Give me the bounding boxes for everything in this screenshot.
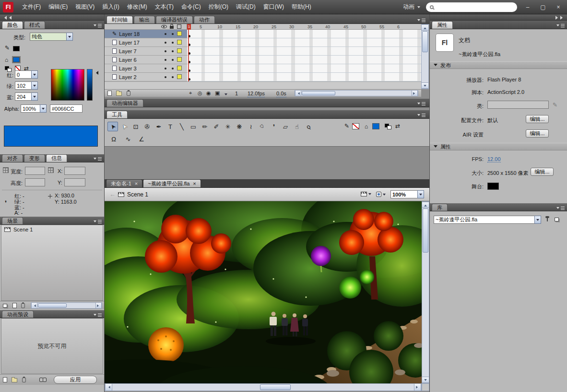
panel-menu-icon[interactable] — [94, 219, 102, 224]
playhead-marker[interactable]: 1 — [187, 24, 191, 30]
panel-menu-icon[interactable] — [94, 23, 102, 28]
collapse-panels-icon[interactable] — [555, 16, 565, 20]
edit-symbols-button[interactable] — [376, 192, 386, 197]
edit-profile-button[interactable]: 编辑... — [526, 115, 549, 123]
layer-lock-dot[interactable] — [172, 33, 174, 35]
hand-tool[interactable]: ☝ — [292, 122, 302, 131]
tab-info[interactable]: 信息 — [46, 154, 67, 162]
layer-outline-swatch[interactable] — [177, 40, 182, 45]
onion-skin-outlines-button[interactable]: ◉ — [206, 90, 211, 96]
layer-visibility-dot[interactable] — [165, 68, 166, 69]
paint-bucket-tool[interactable]: ⌂ — [257, 122, 268, 131]
binoculars-icon[interactable] — [39, 378, 47, 381]
hex-input[interactable]: #0066CC — [50, 104, 83, 113]
y-field[interactable] — [64, 178, 85, 186]
scrollbar-thumb[interactable] — [38, 303, 67, 308]
document-tab-active[interactable]: ~蕉岭逢甲公园.fla × — [143, 179, 201, 187]
edit-multiple-frames-button[interactable]: ▣ — [215, 90, 220, 96]
stroke-color-icon[interactable]: ✎ — [5, 45, 10, 51]
panel-menu-icon[interactable] — [94, 156, 102, 161]
apply-button[interactable]: 应用 — [54, 376, 97, 384]
stage-color-swatch[interactable] — [487, 183, 499, 190]
tab-tools[interactable]: 工具 — [106, 111, 128, 118]
zoom-tool[interactable]: ϙ — [303, 122, 314, 131]
timeline-horizontal-scrollbar[interactable] — [295, 90, 418, 96]
x-field[interactable] — [64, 167, 85, 175]
new-library-panel-icon[interactable] — [555, 218, 559, 221]
frame-rate-indicator[interactable]: 12.0fps — [248, 91, 265, 97]
scroll-right-icon[interactable] — [95, 303, 102, 308]
deco-tool[interactable]: ❋ — [234, 122, 245, 131]
panel-menu-icon[interactable] — [417, 18, 425, 23]
scroll-left-icon[interactable] — [31, 303, 37, 308]
edit-air-settings-button[interactable]: 编辑... — [526, 129, 549, 138]
line-tool[interactable]: ╲ — [177, 122, 187, 131]
save-preset-icon[interactable] — [3, 377, 7, 382]
layer-outline-swatch[interactable] — [177, 74, 182, 79]
tab-color[interactable]: 颜色 — [2, 21, 23, 29]
fill-color-icon[interactable]: ⌂ — [365, 123, 368, 130]
layer-lock-dot[interactable] — [172, 76, 174, 78]
green-input[interactable]: 102 — [15, 81, 38, 90]
stroke-color-swatch[interactable] — [13, 46, 20, 51]
height-field[interactable] — [25, 178, 45, 186]
scroll-down-icon[interactable] — [422, 377, 429, 383]
layer-row[interactable]: ✎ Layer 18 — [105, 30, 187, 38]
lasso-tool[interactable]: ✇ — [142, 122, 153, 131]
edit-scene-button[interactable] — [361, 192, 371, 196]
maximize-button[interactable]: ▢ — [538, 4, 548, 11]
new-folder-icon[interactable] — [12, 378, 17, 382]
bone-tool[interactable]: ≀ — [246, 122, 256, 131]
properties-section-header[interactable]: 属性 — [430, 143, 567, 150]
subselection-tool[interactable]: ➤ — [119, 122, 130, 131]
menu-modify[interactable]: 修改(M) — [123, 1, 151, 13]
fill-color-swatch[interactable] — [13, 57, 20, 62]
menu-text[interactable]: 文本(T) — [151, 1, 177, 13]
tab-compiler-errors[interactable]: 编译器错误 — [156, 16, 193, 23]
scroll-right-icon[interactable] — [414, 384, 421, 391]
layer-row[interactable]: Layer 17 — [105, 38, 187, 47]
toolbar-stroke-swatch[interactable] — [352, 123, 359, 129]
text-tool[interactable]: T — [165, 122, 176, 131]
fill-color-icon[interactable]: ⌂ — [5, 57, 8, 63]
close-icon[interactable]: × — [193, 181, 196, 186]
scene-list-item[interactable]: Scene 1 — [1, 225, 103, 233]
scene-scrollbar[interactable] — [31, 302, 102, 309]
layer-lock-dot[interactable] — [172, 42, 174, 44]
duplicate-scene-icon[interactable] — [3, 304, 7, 308]
color-spectrum[interactable] — [51, 69, 84, 101]
toolbar-fill-swatch[interactable] — [372, 123, 379, 129]
rectangle-tool[interactable]: ▭ — [188, 122, 199, 131]
spray-brush-tool[interactable]: ✳ — [223, 122, 233, 131]
close-icon[interactable]: × — [135, 181, 138, 186]
close-button[interactable]: × — [554, 4, 563, 11]
panel-menu-icon[interactable] — [417, 101, 425, 106]
scroll-down-icon[interactable] — [422, 82, 428, 89]
center-frame-button[interactable]: ⌖ — [189, 90, 192, 96]
stage-vertical-scrollbar[interactable] — [422, 201, 429, 383]
tab-output[interactable]: 输出 — [134, 16, 155, 23]
brightness-marker[interactable] — [94, 71, 98, 75]
layer-visibility-dot[interactable] — [165, 33, 166, 35]
current-color-swatch[interactable] — [4, 126, 98, 147]
modify-markers-button[interactable] — [224, 93, 227, 97]
pencil-tool[interactable]: ✏ — [200, 122, 210, 131]
registration-grid-icon[interactable] — [48, 167, 54, 173]
width-field[interactable] — [25, 167, 45, 175]
panel-menu-icon[interactable] — [556, 23, 565, 28]
panel-menu-icon[interactable] — [94, 312, 102, 317]
timeline-vertical-scrollbar[interactable] — [421, 24, 429, 89]
layer-visibility-dot[interactable] — [165, 42, 166, 44]
scrollbar-thumb[interactable] — [260, 384, 291, 390]
zoom-select[interactable]: 100% — [390, 190, 424, 198]
free-transform-tool[interactable]: ⊡ — [130, 122, 141, 131]
layer-outline-swatch[interactable] — [177, 48, 182, 53]
layer-outline-swatch[interactable] — [177, 31, 182, 36]
onion-skin-button[interactable]: ◎ — [198, 90, 202, 96]
app-logo[interactable]: Fl — [3, 2, 13, 12]
straighten-button[interactable]: ∠ — [136, 134, 147, 144]
scroll-up-icon[interactable] — [422, 24, 428, 31]
delete-preset-icon[interactable] — [22, 378, 26, 382]
outline-all-layers-icon[interactable] — [177, 24, 181, 29]
layer-row[interactable]: Layer 2 — [105, 73, 187, 81]
